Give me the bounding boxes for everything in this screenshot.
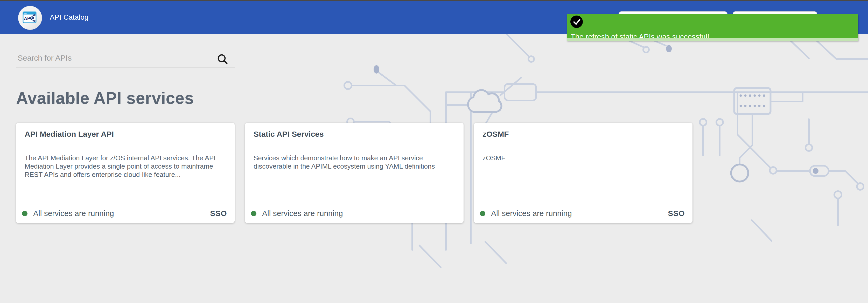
toast-progress-strip: [567, 38, 858, 41]
tile-description: zOSMF: [483, 154, 685, 162]
search-input[interactable]: [16, 50, 235, 68]
check-circle-icon: [570, 15, 583, 28]
search-icon[interactable]: [216, 53, 229, 66]
tile-title: API Mediation Layer API: [25, 130, 114, 139]
service-tile-api-mediation-layer[interactable]: API Mediation Layer API The API Mediatio…: [16, 123, 235, 223]
status-ok-dot: [251, 211, 256, 216]
status-ok-dot: [22, 211, 28, 216]
service-tiles-row: API Mediation Layer API The API Mediatio…: [16, 123, 692, 223]
tile-title: Static API Services: [253, 130, 324, 139]
api-catalog-logo-icon: API: [18, 6, 42, 30]
sso-badge: SSO: [210, 209, 227, 218]
search-field-wrap: [16, 50, 235, 68]
sso-badge: SSO: [668, 209, 685, 218]
page-title: API Catalog: [50, 1, 89, 34]
service-tile-zosmf[interactable]: zOSMF zOSMF All services are running SSO: [474, 123, 692, 223]
available-services-heading: Available API services: [16, 89, 194, 107]
tile-footer: All services are running SSO: [480, 208, 685, 219]
status-text: All services are running: [491, 209, 572, 218]
status-text: All services are running: [33, 209, 114, 218]
tile-footer: All services are running SSO: [22, 208, 227, 219]
status-ok-dot: [480, 211, 485, 216]
service-tile-static-api-services[interactable]: Static API Services Services which demon…: [245, 123, 464, 223]
success-toast[interactable]: The refresh of static APIs was successfu…: [567, 14, 858, 41]
status-text: All services are running: [262, 209, 343, 218]
cloud-shape: [468, 90, 501, 112]
tile-description: Services which demonstrate how to make a…: [253, 154, 456, 170]
tile-description: The API Mediation Layer for z/OS interna…: [25, 154, 227, 179]
tile-footer: All services are running: [251, 208, 456, 219]
tile-title: zOSMF: [483, 130, 509, 139]
screen-top-edge: [0, 0, 868, 1]
